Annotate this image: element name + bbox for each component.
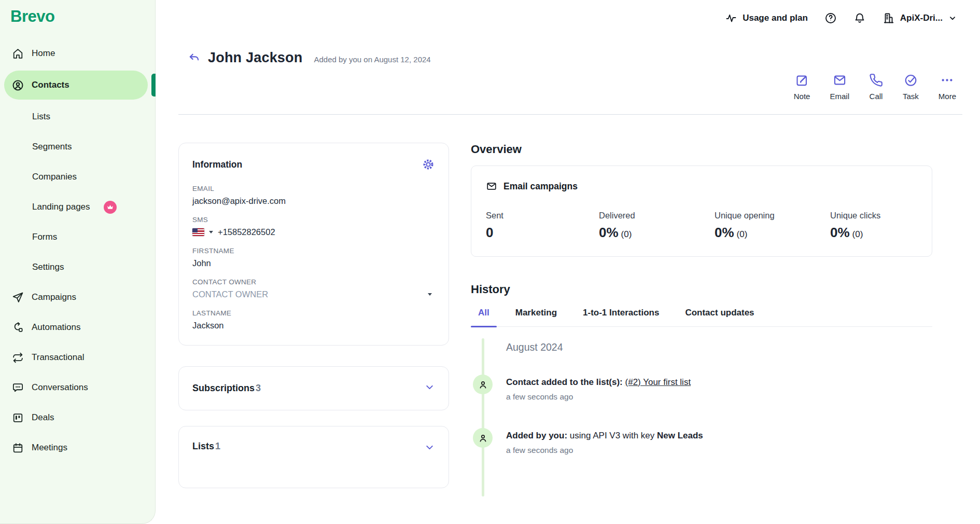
sidebar-item-lists[interactable]: Lists bbox=[0, 102, 155, 132]
sidebar-item-label: Settings bbox=[32, 262, 64, 272]
repeat-icon bbox=[11, 351, 24, 364]
note-label: Note bbox=[794, 92, 810, 101]
bell-icon bbox=[853, 12, 866, 24]
firstname-field-label: FIRSTNAME bbox=[192, 247, 435, 255]
sidebar-item-home[interactable]: Home bbox=[0, 38, 155, 68]
sidebar-item-conversations[interactable]: Conversations bbox=[0, 373, 155, 403]
lists-title: Lists bbox=[192, 441, 214, 451]
us-flag-icon[interactable] bbox=[192, 228, 204, 236]
app-window: Brevo Home Contacts Lists Segments bbox=[0, 0, 980, 524]
usage-and-plan-button[interactable]: Usage and plan bbox=[725, 12, 808, 24]
settings-gear-button[interactable] bbox=[422, 158, 435, 171]
subscriptions-card[interactable]: Subscriptions3 bbox=[178, 366, 449, 410]
sidebar-item-label: Forms bbox=[32, 232, 57, 242]
call-label: Call bbox=[870, 92, 883, 101]
lastname-field-label: LASTNAME bbox=[192, 309, 435, 317]
contact-owner-placeholder: CONTACT OWNER bbox=[192, 289, 268, 299]
stat-unique-clicks: Unique clicks 0%(0) bbox=[830, 211, 917, 241]
email-field-value[interactable]: jackson@apix-drive.com bbox=[192, 196, 435, 206]
sidebar-item-meetings[interactable]: Meetings bbox=[0, 433, 155, 463]
flag-caret-icon[interactable] bbox=[209, 231, 213, 233]
automation-icon bbox=[11, 321, 24, 334]
sidebar-item-segments[interactable]: Segments bbox=[0, 132, 155, 162]
contact-owner-select[interactable]: CONTACT OWNER bbox=[192, 289, 435, 299]
sidebar-item-label: Segments bbox=[32, 142, 72, 152]
sidebar-item-transactional[interactable]: Transactional bbox=[0, 342, 155, 373]
sidebar-item-companies[interactable]: Companies bbox=[0, 162, 155, 192]
lists-card[interactable]: Lists1 bbox=[178, 426, 449, 488]
history-title: History bbox=[471, 283, 932, 296]
note-button[interactable]: Note bbox=[794, 73, 810, 101]
contact-owner-field: CONTACT OWNER CONTACT OWNER bbox=[192, 278, 435, 299]
paper-plane-icon bbox=[11, 291, 24, 304]
event-title: Contact added to the list(s): (#2) Your … bbox=[506, 377, 932, 388]
contact-actions: Note Email Call Task More bbox=[156, 66, 980, 101]
account-switcher[interactable]: ApiX-Dri... bbox=[883, 12, 957, 24]
email-field-label: EMAIL bbox=[192, 185, 435, 192]
help-button[interactable] bbox=[824, 12, 837, 24]
overview-column: Overview Email campaigns Sent 0 Delivere… bbox=[471, 143, 932, 455]
chevron-down-icon[interactable] bbox=[424, 442, 435, 455]
history-timeline: August 2024 Contact added to the list(s)… bbox=[471, 327, 932, 455]
calendar-icon bbox=[11, 442, 24, 454]
more-dots-icon bbox=[940, 73, 954, 87]
task-label: Task bbox=[903, 92, 919, 101]
event-title: Added by you: using API V3 with key New … bbox=[506, 431, 932, 441]
lastname-field-value[interactable]: Jackson bbox=[192, 321, 435, 330]
sidebar-item-label: Landing pages bbox=[32, 202, 90, 212]
kanban-icon bbox=[11, 411, 24, 424]
help-icon bbox=[824, 12, 837, 24]
more-button[interactable]: More bbox=[939, 73, 956, 101]
stat-sent: Sent 0 bbox=[486, 211, 599, 241]
lists-count: 1 bbox=[215, 441, 220, 451]
task-check-icon bbox=[904, 73, 918, 87]
back-button[interactable] bbox=[188, 51, 201, 64]
tab-marketing[interactable]: Marketing bbox=[508, 308, 564, 326]
sidebar-item-settings[interactable]: Settings bbox=[0, 252, 155, 282]
history-tabs: All Marketing 1-to-1 Interactions Contac… bbox=[471, 308, 932, 327]
notifications-button[interactable] bbox=[853, 12, 866, 24]
brevo-logo: Brevo bbox=[10, 7, 155, 26]
email-label: Email bbox=[830, 92, 849, 101]
event-time: a few seconds ago bbox=[506, 446, 932, 455]
sidebar-item-forms[interactable]: Forms bbox=[0, 222, 155, 252]
stat-delivered: Delivered 0%(0) bbox=[599, 211, 715, 241]
sidebar-item-campaigns[interactable]: Campaigns bbox=[0, 282, 155, 312]
sidebar-item-label: Contacts bbox=[32, 80, 69, 90]
tab-contact-updates[interactable]: Contact updates bbox=[678, 308, 761, 326]
task-button[interactable]: Task bbox=[903, 73, 919, 101]
sms-field-value[interactable]: +15852826502 bbox=[218, 227, 275, 237]
email-button[interactable]: Email bbox=[830, 73, 849, 101]
sidebar-item-automations[interactable]: Automations bbox=[0, 312, 155, 342]
back-arrow-icon bbox=[188, 51, 201, 64]
stat-unique-opening: Unique opening 0%(0) bbox=[715, 211, 830, 241]
sidebar-item-deals[interactable]: Deals bbox=[0, 403, 155, 433]
sms-field-label: SMS bbox=[192, 216, 435, 224]
overview-title: Overview bbox=[471, 143, 932, 156]
select-caret-icon bbox=[428, 293, 432, 296]
contacts-icon bbox=[11, 79, 24, 92]
subscriptions-count: 3 bbox=[256, 383, 261, 393]
page-subtitle: Added by you on August 12, 2024 bbox=[314, 55, 430, 64]
tab-1-to-1-interactions[interactable]: 1-to-1 Interactions bbox=[576, 308, 666, 326]
firstname-field-value[interactable]: John bbox=[192, 258, 435, 268]
subscriptions-title: Subscriptions bbox=[192, 383, 255, 393]
call-button[interactable]: Call bbox=[869, 73, 883, 101]
email-campaigns-card: Email campaigns Sent 0 Delivered 0%(0) U… bbox=[471, 166, 932, 257]
chevron-down-icon[interactable] bbox=[424, 382, 435, 395]
sidebar-item-landing-pages[interactable]: Landing pages bbox=[0, 192, 155, 222]
main-content: Usage and plan ApiX-Dri... John Jackson … bbox=[156, 0, 980, 524]
person-icon bbox=[473, 375, 493, 394]
account-label: ApiX-Dri... bbox=[900, 13, 943, 23]
timeline-month: August 2024 bbox=[506, 341, 932, 353]
event-list-link[interactable]: (#2) Your first list bbox=[625, 377, 691, 387]
building-icon bbox=[883, 12, 895, 24]
sidebar-item-label: Transactional bbox=[32, 352, 84, 363]
sidebar-item-label: Meetings bbox=[32, 443, 67, 453]
tab-all[interactable]: All bbox=[471, 308, 497, 326]
sms-field: SMS +15852826502 bbox=[192, 216, 435, 237]
more-label: More bbox=[939, 92, 956, 101]
premium-crown-icon bbox=[104, 201, 117, 214]
sidebar-item-contacts[interactable]: Contacts bbox=[4, 71, 148, 100]
timeline-event: Added by you: using API V3 with key New … bbox=[471, 431, 932, 455]
